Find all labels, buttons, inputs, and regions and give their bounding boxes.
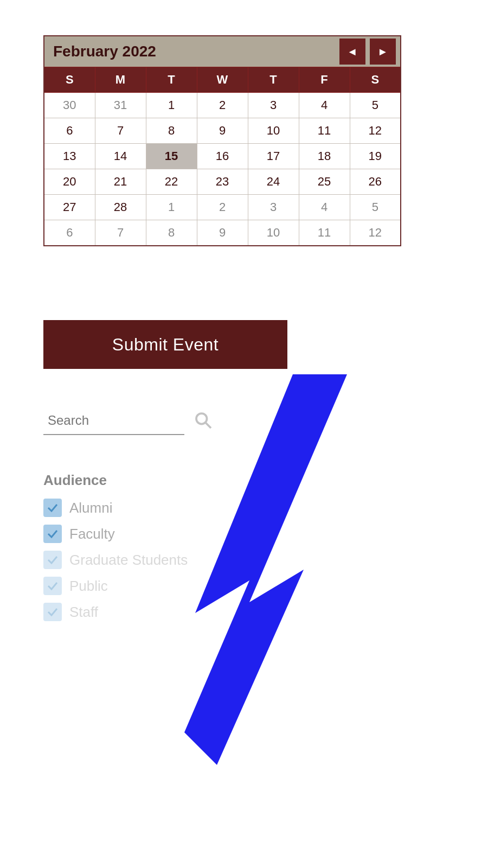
- svg-point-0: [196, 413, 207, 424]
- search-input[interactable]: [43, 407, 184, 435]
- audience-label: Staff: [69, 604, 98, 621]
- calendar-title: February 2022: [44, 36, 299, 67]
- calendar: February 2022 ◄ ► SMTWTFS 30311234567891…: [43, 35, 401, 246]
- calendar-week-row: 20212223242526: [44, 169, 401, 195]
- calendar-day-cell[interactable]: 9: [197, 220, 248, 246]
- calendar-day-cell[interactable]: 1: [146, 195, 197, 220]
- calendar-day-cell[interactable]: 31: [95, 93, 146, 118]
- calendar-day-cell[interactable]: 3: [248, 93, 299, 118]
- audience-checkbox-item[interactable]: Faculty: [43, 525, 188, 543]
- calendar-day-cell[interactable]: 19: [350, 144, 401, 169]
- submit-event-button[interactable]: Submit Event: [43, 320, 287, 369]
- calendar-day-cell[interactable]: 12: [350, 220, 401, 246]
- day-header-cell: M: [95, 67, 146, 93]
- checkbox-icon[interactable]: [43, 499, 62, 517]
- calendar-day-cell[interactable]: 13: [44, 144, 95, 169]
- calendar-day-cell[interactable]: 14: [95, 144, 146, 169]
- calendar-day-cell[interactable]: 8: [146, 118, 197, 144]
- calendar-day-cell[interactable]: 11: [299, 118, 350, 144]
- calendar-day-cell[interactable]: 24: [248, 169, 299, 195]
- audience-label: Graduate Students: [69, 552, 188, 569]
- calendar-day-cell[interactable]: 25: [299, 169, 350, 195]
- audience-checkbox-item[interactable]: Alumni: [43, 499, 188, 517]
- calendar-day-cell[interactable]: 15: [146, 144, 197, 169]
- next-month-button[interactable]: ►: [370, 39, 396, 65]
- calendar-day-cell[interactable]: 28: [95, 195, 146, 220]
- search-container: [43, 407, 213, 435]
- day-header-cell: S: [44, 67, 95, 93]
- calendar-day-cell[interactable]: 10: [248, 220, 299, 246]
- checkbox-icon[interactable]: [43, 551, 62, 569]
- calendar-day-cell[interactable]: 30: [44, 93, 95, 118]
- audience-checkbox-item[interactable]: Staff: [43, 603, 188, 621]
- day-header-cell: W: [197, 67, 248, 93]
- calendar-day-cell[interactable]: 5: [350, 93, 401, 118]
- audience-checkbox-item[interactable]: Public: [43, 577, 188, 595]
- calendar-day-cell[interactable]: 7: [95, 118, 146, 144]
- calendar-day-cell[interactable]: 7: [95, 220, 146, 246]
- calendar-day-cell[interactable]: 5: [350, 195, 401, 220]
- calendar-nav: ◄ ►: [299, 36, 401, 67]
- calendar-day-cell[interactable]: 2: [197, 195, 248, 220]
- calendar-day-cell[interactable]: 27: [44, 195, 95, 220]
- calendar-day-cell[interactable]: 12: [350, 118, 401, 144]
- calendar-day-cell[interactable]: 18: [299, 144, 350, 169]
- calendar-day-cell[interactable]: 23: [197, 169, 248, 195]
- calendar-day-cell[interactable]: 21: [95, 169, 146, 195]
- calendar-day-cell[interactable]: 16: [197, 144, 248, 169]
- calendar-day-cell[interactable]: 2: [197, 93, 248, 118]
- audience-label: Public: [69, 578, 108, 595]
- calendar-week-row: 13141516171819: [44, 144, 401, 169]
- audience-checkbox-item[interactable]: Graduate Students: [43, 551, 188, 569]
- checkbox-icon[interactable]: [43, 525, 62, 543]
- day-headers: SMTWTFS: [44, 67, 401, 93]
- calendar-day-cell[interactable]: 22: [146, 169, 197, 195]
- svg-line-1: [206, 423, 211, 428]
- audience-title: Audience: [43, 472, 188, 489]
- calendar-week-row: 303112345: [44, 93, 401, 118]
- day-header-cell: T: [146, 67, 197, 93]
- calendar-day-cell[interactable]: 4: [299, 195, 350, 220]
- calendar-day-cell[interactable]: 10: [248, 118, 299, 144]
- calendar-day-cell[interactable]: 8: [146, 220, 197, 246]
- calendar-week-row: 6789101112: [44, 220, 401, 246]
- audience-label: Faculty: [69, 526, 115, 542]
- day-header-cell: T: [248, 67, 299, 93]
- calendar-day-cell[interactable]: 3: [248, 195, 299, 220]
- calendar-day-cell[interactable]: 6: [44, 118, 95, 144]
- checkbox-icon[interactable]: [43, 603, 62, 621]
- calendar-week-row: 6789101112: [44, 118, 401, 144]
- audience-label: Alumni: [69, 500, 112, 516]
- calendar-day-cell[interactable]: 9: [197, 118, 248, 144]
- day-header-cell: F: [299, 67, 350, 93]
- day-header-cell: S: [350, 67, 401, 93]
- calendar-week-row: 272812345: [44, 195, 401, 220]
- checkbox-icon[interactable]: [43, 577, 62, 595]
- calendar-day-cell[interactable]: 6: [44, 220, 95, 246]
- calendar-day-cell[interactable]: 17: [248, 144, 299, 169]
- calendar-day-cell[interactable]: 11: [299, 220, 350, 246]
- search-icon[interactable]: [193, 410, 213, 432]
- calendar-day-cell[interactable]: 1: [146, 93, 197, 118]
- calendar-body: 3031123456789101112131415161718192021222…: [44, 93, 401, 246]
- calendar-day-cell[interactable]: 20: [44, 169, 95, 195]
- prev-month-button[interactable]: ◄: [339, 39, 365, 65]
- calendar-day-cell[interactable]: 26: [350, 169, 401, 195]
- audience-section: Audience AlumniFacultyGraduate StudentsP…: [43, 472, 188, 629]
- calendar-day-cell[interactable]: 4: [299, 93, 350, 118]
- arrow-annotation: [184, 374, 434, 765]
